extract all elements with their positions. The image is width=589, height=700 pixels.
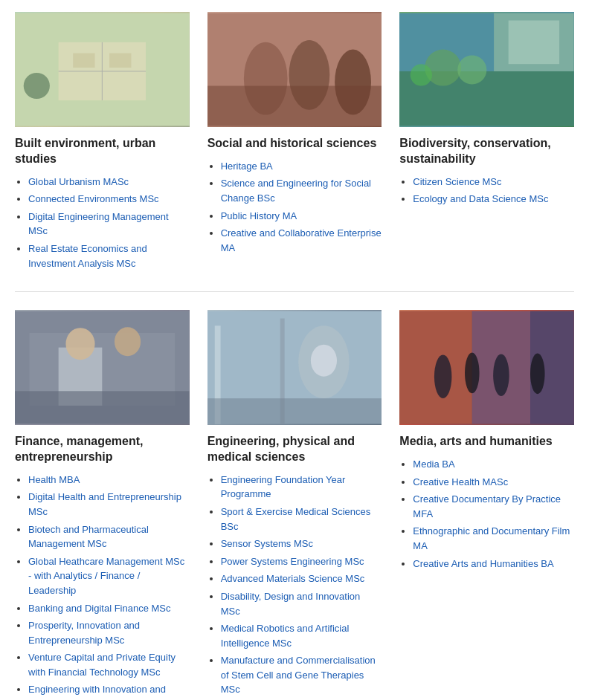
- course-link[interactable]: Banking and Digital Finance MSc: [28, 603, 171, 614]
- svg-point-24: [115, 327, 141, 356]
- list-item: Creative Documentary By Practice MFA: [413, 492, 574, 521]
- course-link[interactable]: Media BA: [413, 458, 454, 470]
- card-media: Media, arts and humanitiesMedia BACreati…: [399, 310, 574, 700]
- grid-section2: Finance, management, entrepreneurshipHea…: [15, 310, 574, 700]
- title-media: Media, arts and humanities: [399, 434, 574, 450]
- course-link[interactable]: Citizen Science MSc: [413, 176, 501, 187]
- section-divider: [15, 291, 574, 292]
- card-biodiversity: Biodiversity, conservation, sustainabili…: [399, 12, 574, 273]
- card-social-historical: Social and historical sciencesHeritage B…: [207, 12, 382, 273]
- svg-point-36: [434, 355, 451, 399]
- grid-section1: Built environment, urban studiesGlobal U…: [15, 12, 574, 273]
- svg-point-37: [465, 353, 480, 394]
- list-item: Creative and Collaborative Enterprise MA: [221, 226, 382, 255]
- list-item: Citizen Science MSc: [413, 175, 574, 189]
- svg-point-23: [65, 328, 94, 360]
- card-built-environment: Built environment, urban studiesGlobal U…: [15, 12, 190, 273]
- course-link[interactable]: Ethnographic and Documentary Film MA: [413, 525, 570, 551]
- course-link[interactable]: Digital Health and Entrepreneurship MSc: [28, 491, 181, 517]
- course-link[interactable]: Advanced Materials Science MSc: [221, 573, 365, 584]
- course-link[interactable]: Global Heathcare Management MSc - with A…: [28, 556, 184, 596]
- svg-rect-25: [15, 391, 190, 424]
- list-item: Global Urbanism MASc: [28, 175, 190, 189]
- list-item: Engineering Foundation Year Programme: [221, 473, 382, 502]
- card-finance: Finance, management, entrepreneurshipHea…: [15, 310, 190, 700]
- list-item: Sport & Exercise Medical Sciences BSc: [221, 505, 382, 534]
- list-item: Heritage BA: [221, 159, 382, 174]
- title-social-historical: Social and historical sciences: [207, 136, 382, 152]
- list-item: Biotech and Pharmaceutical Management MS…: [28, 522, 190, 551]
- course-link[interactable]: Public History MA: [221, 210, 297, 221]
- course-link[interactable]: Digital Engineering Management MSc: [28, 211, 169, 237]
- course-link[interactable]: Medical Robotics and Artificial Intellig…: [221, 623, 350, 649]
- course-link[interactable]: Engineering with Innovation and Entrepre…: [28, 684, 166, 700]
- list-item: Sensor Systems MSc: [221, 537, 382, 551]
- course-link[interactable]: Creative Health MASc: [413, 476, 508, 487]
- list-item: Connected Environments MSc: [28, 192, 190, 207]
- list-item: Creative Arts and Humanities BA: [413, 557, 574, 571]
- svg-point-30: [311, 345, 337, 377]
- list-item: Advanced Materials Science MSc: [221, 571, 382, 586]
- course-link[interactable]: Sensor Systems MSc: [221, 538, 313, 549]
- svg-point-38: [493, 354, 509, 397]
- svg-rect-12: [207, 86, 382, 126]
- course-link[interactable]: Prosperity, Innovation and Entrepreneurs…: [28, 620, 140, 646]
- course-link[interactable]: Biotech and Pharmaceutical Management MS…: [28, 524, 149, 550]
- course-link[interactable]: Health MBA: [28, 474, 80, 485]
- course-link[interactable]: Power Systems Engineering MSc: [221, 556, 364, 567]
- course-link[interactable]: Real Estate Economics and Investment Ana…: [28, 243, 147, 269]
- list-item: Disability, Design and Innovation MSc: [221, 589, 382, 618]
- svg-point-39: [530, 354, 545, 395]
- list-item: Global Heathcare Management MSc - with A…: [28, 554, 190, 598]
- image-finance: [15, 310, 190, 425]
- course-link[interactable]: Disability, Design and Innovation MSc: [221, 591, 361, 617]
- list-item: Venture Capital and Private Equity with …: [28, 650, 190, 679]
- course-link[interactable]: Creative Arts and Humanities BA: [413, 558, 553, 569]
- list-item: Digital Health and Entrepreneurship MSc: [28, 490, 190, 519]
- title-biodiversity: Biodiversity, conservation, sustainabili…: [399, 136, 574, 167]
- list-item: Digital Engineering Management MSc: [28, 210, 190, 239]
- list-item: Manufacture and Commercialisation of Ste…: [221, 653, 382, 697]
- list-item: Creative Health MASc: [413, 475, 574, 490]
- list-built-environment: Global Urbanism MAScConnected Environmen…: [15, 175, 190, 274]
- list-item: Ecology and Data Science MSc: [413, 192, 574, 207]
- image-biodiversity: [399, 12, 574, 127]
- course-link[interactable]: Global Urbanism MASc: [28, 176, 129, 187]
- course-link[interactable]: Engineering Foundation Year Programme: [221, 474, 346, 500]
- image-social-historical: [207, 12, 382, 127]
- course-link[interactable]: Science and Engineering for Social Chang…: [221, 178, 371, 204]
- list-item: Engineering with Innovation and Entrepre…: [28, 682, 190, 700]
- course-link[interactable]: Connected Environments MSc: [28, 193, 159, 204]
- title-built-environment: Built environment, urban studies: [15, 136, 190, 167]
- image-engineering: [207, 310, 382, 425]
- course-link[interactable]: Sport & Exercise Medical Sciences BSc: [221, 506, 371, 532]
- list-item: Real Estate Economics and Investment Ana…: [28, 242, 190, 270]
- list-engineering: Engineering Foundation Year ProgrammeSpo…: [207, 473, 382, 700]
- section-section1: Built environment, urban studiesGlobal U…: [15, 12, 574, 273]
- svg-rect-7: [15, 13, 190, 126]
- title-engineering: Engineering, physical and medical scienc…: [207, 434, 382, 465]
- card-engineering: Engineering, physical and medical scienc…: [207, 310, 382, 700]
- list-item: Medical Robotics and Artificial Intellig…: [221, 621, 382, 650]
- list-item: Public History MA: [221, 209, 382, 224]
- course-link[interactable]: Creative Documentary By Practice MFA: [413, 493, 561, 519]
- course-link[interactable]: Venture Capital and Private Equity with …: [28, 652, 176, 678]
- svg-point-16: [411, 64, 432, 85]
- list-item: Media BA: [413, 457, 574, 472]
- list-finance: Health MBADigital Health and Entrepreneu…: [15, 473, 190, 700]
- title-finance: Finance, management, entrepreneurship: [15, 434, 190, 465]
- section-section2: Finance, management, entrepreneurshipHea…: [15, 310, 574, 700]
- list-item: Banking and Digital Finance MSc: [28, 601, 190, 616]
- course-link[interactable]: Creative and Collaborative Enterprise MA: [221, 227, 382, 253]
- course-link[interactable]: Ecology and Data Science MSc: [413, 193, 548, 204]
- list-item: Science and Engineering for Social Chang…: [221, 176, 382, 205]
- svg-rect-31: [207, 398, 382, 424]
- list-item: Health MBA: [28, 473, 190, 487]
- page-wrapper: Built environment, urban studiesGlobal U…: [0, 0, 589, 700]
- list-media: Media BACreative Health MAScCreative Doc…: [399, 457, 574, 574]
- image-media: [399, 310, 574, 425]
- course-link[interactable]: Manufacture and Commercialisation of Ste…: [221, 655, 376, 695]
- course-link[interactable]: Heritage BA: [221, 161, 273, 172]
- svg-rect-19: [509, 20, 559, 64]
- list-item: Power Systems Engineering MSc: [221, 554, 382, 569]
